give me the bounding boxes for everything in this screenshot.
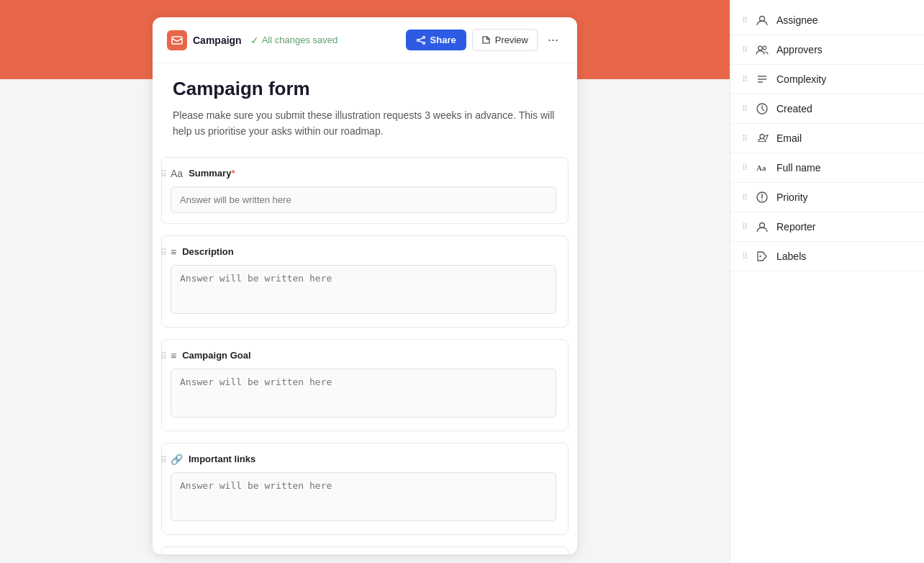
share-label: Share <box>430 35 456 45</box>
created-icon <box>755 102 769 116</box>
email-label: Email <box>776 132 802 144</box>
description-type-icon: ≡ <box>171 246 176 258</box>
sidebar-drag-approvers: ⠿ <box>742 45 748 55</box>
summary-field-block: ⠿ Aa Summary* <box>161 157 569 224</box>
labels-label: Labels <box>776 251 806 262</box>
sidebar-drag-reporter: ⠿ <box>742 222 748 232</box>
sidebar-drag-email: ⠿ <box>742 134 748 143</box>
labels-icon <box>755 249 769 264</box>
sidebar-item-approvers[interactable]: ⠿ Approvers <box>730 35 924 65</box>
fullname-label: Full name <box>776 162 820 174</box>
svg-point-7 <box>758 46 763 50</box>
description-field-block: ⠿ ≡ Description <box>161 235 569 328</box>
links-type-icon: 🔗 <box>171 454 183 465</box>
campaign-icon <box>167 30 187 50</box>
share-button[interactable]: Share <box>406 30 466 50</box>
sidebar: ⠿ Assignee ⠿ Approvers ⠿ <box>730 0 924 563</box>
goal-field-header: ≡ Campaign Goal <box>171 350 556 361</box>
campaign-name: Campaign <box>193 35 242 46</box>
preview-label: Preview <box>495 35 528 45</box>
more-options-button[interactable]: ··· <box>543 30 563 50</box>
form-topbar: Campaign ✓ All changes saved Share <box>153 17 577 63</box>
svg-point-8 <box>763 46 766 50</box>
sidebar-item-created[interactable]: ⠿ Created <box>730 94 924 124</box>
important-links-field-block: ⠿ 🔗 Important links <box>161 443 569 535</box>
form-title: Campaign form <box>173 78 557 100</box>
svg-rect-0 <box>172 37 182 44</box>
svg-text:Aa: Aa <box>756 163 766 172</box>
drag-handle-summary[interactable]: ⠿ <box>160 169 167 179</box>
complexity-label: Complexity <box>776 73 826 85</box>
saved-label: All changes saved <box>262 35 338 45</box>
priority-icon <box>755 190 769 204</box>
assignee-label: Assignee <box>776 14 818 26</box>
sidebar-item-assignee[interactable]: ⠿ Assignee <box>730 6 924 35</box>
links-field-header: 🔗 Important links <box>171 454 556 465</box>
form-description: Please make sure you submit these illust… <box>173 107 557 140</box>
preview-button[interactable]: Preview <box>472 29 538 51</box>
sidebar-drag-labels: ⠿ <box>742 252 748 261</box>
links-input[interactable] <box>171 472 556 521</box>
summary-type-icon: Aa <box>171 168 183 179</box>
goal-type-icon: ≡ <box>171 350 176 361</box>
summary-label: Summary* <box>189 168 235 179</box>
sidebar-item-priority[interactable]: ⠿ Priority <box>730 183 924 212</box>
sidebar-drag-priority: ⠿ <box>742 193 748 202</box>
approvers-icon <box>755 42 769 57</box>
svg-line-4 <box>419 37 422 40</box>
sidebar-item-reporter[interactable]: ⠿ Reporter <box>730 212 924 242</box>
drag-handle-links[interactable]: ⠿ <box>160 455 167 465</box>
topbar-actions: Share Preview ··· <box>406 29 563 51</box>
sidebar-drag-assignee: ⠿ <box>742 16 748 25</box>
campaign-goal-field-block: ⠿ ≡ Campaign Goal <box>161 339 569 431</box>
links-label: Important links <box>189 454 255 464</box>
drag-handle-description[interactable]: ⠿ <box>160 248 167 258</box>
check-icon: ✓ <box>250 35 259 46</box>
required-marker: * <box>231 168 235 179</box>
sidebar-drag-fullname: ⠿ <box>742 163 748 173</box>
svg-point-3 <box>422 42 425 44</box>
saved-indicator: ✓ All changes saved <box>250 35 338 46</box>
summary-field-header: Aa Summary* <box>171 168 556 179</box>
svg-point-17 <box>759 256 761 257</box>
priority-label: Priority <box>776 192 808 203</box>
drag-handle-goal[interactable]: ⠿ <box>160 351 167 361</box>
description-input[interactable] <box>171 265 556 314</box>
sidebar-item-email[interactable]: ⠿ Email <box>730 124 924 153</box>
form-body: ⠿ Aa Summary* ⠿ ≡ Description ⠿ <box>153 151 577 554</box>
created-label: Created <box>776 103 812 114</box>
goal-label: Campaign Goal <box>182 350 250 361</box>
approvers-label: Approvers <box>776 44 823 55</box>
description-label: Description <box>182 246 234 257</box>
attachments-field-block: ⠿ 📎 Attachments ⬆ Attachments will be up… <box>161 546 569 554</box>
svg-point-2 <box>417 39 419 41</box>
sidebar-drag-complexity: ⠿ <box>742 75 748 84</box>
svg-line-5 <box>419 40 422 42</box>
svg-point-1 <box>422 36 425 38</box>
sidebar-item-labels[interactable]: ⠿ Labels <box>730 242 924 271</box>
sidebar-drag-created: ⠿ <box>742 104 748 114</box>
description-field-header: ≡ Description <box>171 246 556 258</box>
sidebar-item-fullname[interactable]: ⠿ Aa Full name <box>730 153 924 183</box>
reporter-icon <box>755 220 769 234</box>
reporter-label: Reporter <box>776 221 815 233</box>
complexity-icon <box>755 72 769 86</box>
email-icon <box>755 131 769 145</box>
fullname-icon: Aa <box>755 161 769 175</box>
svg-point-15 <box>761 199 763 201</box>
summary-input[interactable] <box>171 186 556 213</box>
sidebar-item-complexity[interactable]: ⠿ Complexity <box>730 65 924 94</box>
assignee-icon <box>755 13 769 27</box>
form-header: Campaign form Please make sure you submi… <box>153 63 577 151</box>
goal-input[interactable] <box>171 369 556 418</box>
